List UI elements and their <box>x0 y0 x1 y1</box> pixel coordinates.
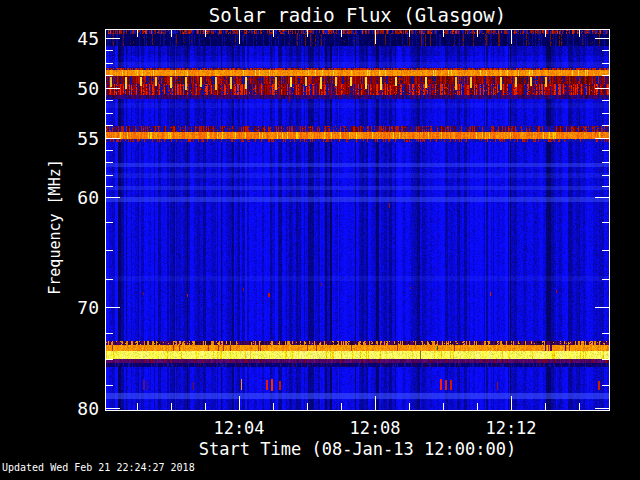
y-tick-label: 50 <box>55 78 99 99</box>
x-tick-label: 12:08 <box>349 418 400 438</box>
y-tick-label: 80 <box>55 398 99 419</box>
y-tick-label: 70 <box>55 297 99 318</box>
spectrogram-canvas <box>106 30 609 410</box>
y-tick-label: 60 <box>55 187 99 208</box>
spectrogram-window: Solar radio Flux (Glasgow) Frequency [MH… <box>0 0 640 480</box>
y-tick-label: 45 <box>55 28 99 49</box>
x-tick-label: 12:12 <box>485 418 536 438</box>
updated-timestamp: Updated Wed Feb 21 22:24:27 2018 <box>2 462 195 473</box>
page-title: Solar radio Flux (Glasgow) <box>105 4 610 26</box>
x-tick-label: 12:04 <box>213 418 264 438</box>
y-axis-title: Frequency [MHz] <box>46 159 64 294</box>
y-tick-label: 55 <box>55 128 99 149</box>
x-axis-title: Start Time (08-Jan-13 12:00:00) <box>105 439 610 459</box>
